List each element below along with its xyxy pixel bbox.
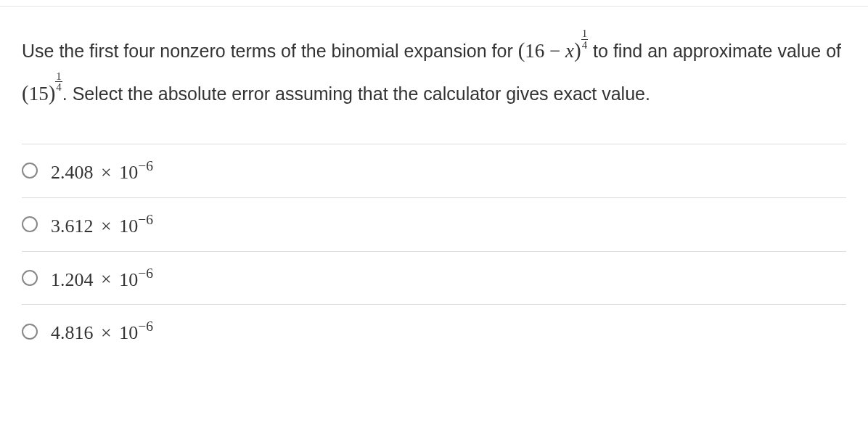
- paren-close-2: ): [49, 81, 56, 104]
- times-symbol: ×: [101, 322, 112, 343]
- expr1-minus: −: [544, 40, 565, 62]
- expr2-exponent: 14: [55, 71, 62, 94]
- option-label-2[interactable]: 3.612 × 10−6: [51, 212, 153, 237]
- times-symbol: ×: [101, 162, 112, 183]
- option-radio-3[interactable]: [22, 270, 38, 286]
- times-symbol: ×: [101, 216, 112, 237]
- option-base: 10: [119, 162, 138, 183]
- expr2-base: 15: [29, 83, 49, 104]
- paren-open: (: [518, 38, 525, 62]
- expr1-base: 16: [525, 40, 544, 62]
- option-row[interactable]: 3.612 × 10−6: [22, 197, 846, 251]
- option-exp: −6: [138, 212, 153, 227]
- option-label-1[interactable]: 2.408 × 10−6: [51, 158, 153, 184]
- option-exp: −6: [138, 158, 153, 173]
- option-row[interactable]: 1.204 × 10−6: [22, 251, 846, 305]
- question-part1: Use the first four nonzero terms of the …: [22, 41, 518, 61]
- question-part3: . Select the absolute error assuming tha…: [62, 83, 650, 104]
- frac-num-2: 1: [55, 71, 62, 83]
- option-radio-2[interactable]: [22, 216, 38, 232]
- option-base: 10: [119, 216, 138, 237]
- option-label-4[interactable]: 4.816 × 10−6: [51, 319, 153, 344]
- question-part2: to find an approximate value of: [588, 41, 841, 61]
- options-list: 2.408 × 10−6 3.612 × 10−6 1.204 × 10−6: [22, 144, 846, 358]
- question-container: Use the first four nonzero terms of the …: [0, 6, 868, 358]
- times-symbol: ×: [101, 268, 112, 290]
- expr1: (16 − x)14: [518, 40, 588, 62]
- option-exp: −6: [138, 266, 153, 281]
- option-radio-4[interactable]: [22, 324, 38, 340]
- option-row[interactable]: 2.408 × 10−6: [22, 144, 846, 197]
- option-base: 10: [119, 268, 138, 290]
- expr2: (15)14: [22, 83, 62, 104]
- paren-close: ): [574, 38, 581, 62]
- option-row[interactable]: 4.816 × 10−6: [22, 304, 846, 358]
- option-base: 10: [119, 322, 138, 343]
- frac-den: 4: [581, 40, 588, 51]
- option-label-3[interactable]: 1.204 × 10−6: [51, 266, 153, 291]
- option-coef: 1.204: [51, 268, 94, 290]
- option-radio-1[interactable]: [22, 163, 38, 179]
- option-coef: 3.612: [51, 216, 94, 237]
- paren-open-2: (: [22, 81, 29, 104]
- option-coef: 4.816: [51, 322, 94, 343]
- question-text: Use the first four nonzero terms of the …: [22, 28, 846, 113]
- option-exp: −6: [138, 319, 153, 334]
- frac-den-2: 4: [55, 82, 62, 93]
- frac-num: 1: [581, 28, 588, 40]
- option-coef: 2.408: [51, 162, 94, 183]
- expr1-var: x: [565, 40, 574, 62]
- expr1-exponent: 14: [581, 28, 588, 51]
